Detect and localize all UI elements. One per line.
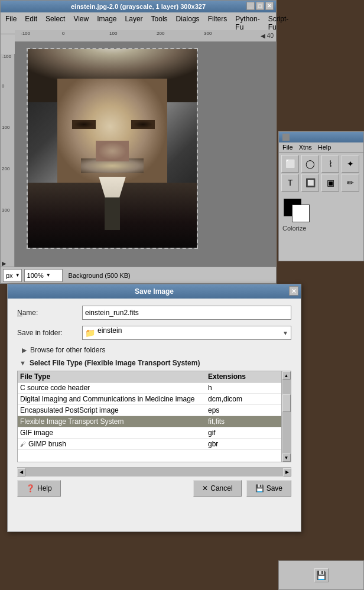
text-tool[interactable]: T [281,174,299,192]
folder-select-wrapper[interactable]: 📁 einstein ▼ [82,326,291,340]
help-button[interactable]: ❓ Help [17,480,61,497]
photo-nose [96,141,129,161]
save-dialog-title: Save Image [135,287,174,296]
unit-dropdown-icon[interactable]: ▼ [15,273,21,278]
cancel-button[interactable]: ✕ Cancel [193,480,241,497]
toolbox-menu-help[interactable]: Help [315,143,334,151]
photo-tie [105,197,120,230]
toolbox-menu-xtns[interactable]: Xtns [296,143,315,151]
ext-c-header: h [208,384,279,392]
v-ruler-label-0: 0 [2,83,4,89]
cancel-icon: ✕ [202,484,208,492]
scroll-up-button[interactable]: ▲ [282,371,291,380]
ext-gbr: gbr [208,440,279,448]
photo-layer [28,49,197,248]
v-ruler-label-300: 300 [2,208,9,213]
help-icon: ❓ [26,484,35,492]
ruler-label-200: 200 [157,31,164,36]
horizontal-ruler: -100 0 100 200 300 ◀ 40 [15,30,276,42]
marquee-ellipse-tool[interactable]: ◯ [301,155,319,173]
col-extensions-header: Extensions [208,372,279,381]
table-row[interactable]: Digital Imaging and Communications in Me… [18,394,291,405]
save-icon: 💾 [255,484,264,492]
folder-row: Save in folder: 📁 einstein ▼ [17,326,291,340]
v-ruler-marker: ▶ [2,260,6,267]
zoom-value: 100% [25,272,46,279]
filetype-gbr: 🖌 GIMP brush [20,440,208,448]
v-ruler-label-200: 200 [2,166,9,171]
save-label: Save [266,484,282,492]
h-ruler-container: -100 0 100 200 300 ◀ 40 [15,30,276,42]
table-row[interactable]: GIF image gif [18,427,291,439]
browse-row: ▶ Browse for other folders [17,346,291,354]
gimp-titlebar: einstein.jpg-2.0 (grayscale, 1 layer) 30… [1,1,276,12]
vertical-ruler: -100 0 100 200 300 ▶ [1,54,15,267]
save-dialog-close-button[interactable]: ✕ [289,286,298,296]
gimp-main-window: einstein.jpg-2.0 (grayscale, 1 layer) 30… [0,0,277,284]
ruler-label-300: 300 [204,31,212,36]
save-button[interactable]: 💾 Save [246,480,291,497]
folder-label: Save in folder: [17,329,82,337]
save-dialog-titlebar: Save Image ✕ [8,284,301,299]
filetype-c-header: C source code header [20,384,208,392]
bottom-panel-icon[interactable]: 💾 [314,568,329,582]
filetype-dicom: Digital Imaging and Communications in Me… [20,395,208,403]
background-color[interactable] [292,205,310,222]
gimp-window-controls: _ □ ✕ [246,2,274,10]
table-row[interactable]: C source code header h [18,382,291,394]
filetype-eps: Encapsulated PostScript image [20,406,208,414]
zoom-dropdown-icon[interactable]: ▼ [46,273,52,278]
v-ruler-label-100: 100 [2,125,9,130]
background-info: Background (500 KB) [65,272,131,279]
horizontal-scrollbar[interactable]: ◀ ▶ [17,467,291,476]
ruler-marker: ◀ 40 [261,33,274,39]
filetype-fits: Flexible Image Transport System [20,417,208,426]
scroll-right-button[interactable]: ▶ [283,468,291,476]
marquee-rect-tool[interactable]: ⬜ [281,155,299,173]
photo-right-eye [131,120,155,129]
folder-select[interactable]: einstein [98,326,280,339]
filename-input[interactable] [82,306,291,320]
zoom-selector[interactable]: 100% ▼ [24,269,63,282]
gimp-title: einstein.jpg-2.0 (grayscale, 1 layer) 30… [71,3,206,10]
photo-left-eye [72,120,96,129]
eraser-tool[interactable]: ✏ [342,174,359,192]
v-ruler-label-n100: -100 [2,54,11,59]
folder-dropdown-icon[interactable]: ▼ [280,330,291,336]
name-label-text: N [17,309,22,317]
collapse-icon[interactable]: ▼ [20,359,26,367]
unit-selector[interactable]: px ▼ [3,269,22,282]
rect-select-tool[interactable]: ▣ [321,174,339,192]
table-scrollbar[interactable]: ▲ ▼ [281,371,291,462]
lasso-tool[interactable]: ⌇ [321,155,339,173]
gimp-toolbox: File Xtns Help ⬜ ◯ ⌇ ✦ T 🔲 ▣ ✏ Colorize [278,131,364,261]
table-row[interactable]: 🖌 GIMP brush gbr [18,439,291,450]
action-buttons: ✕ Cancel 💾 Save [193,480,291,497]
scroll-track[interactable] [282,380,291,453]
table-row[interactable]: Encapsulated PostScript image eps [18,405,291,416]
scroll-down-button[interactable]: ▼ [282,453,291,462]
bucket-fill-tool[interactable]: 🔲 [301,174,319,192]
folder-label-text: Save in folder: [17,329,63,337]
colorize-label: Colorize [279,223,363,233]
col-filetype-header: File Type [20,372,208,381]
save-dialog-buttons: ❓ Help ✕ Cancel 💾 Save [17,476,291,500]
toolbox-menu-file[interactable]: File [280,143,296,151]
gimp-statusbar: px ▼ 100% ▼ Background (500 KB) [1,267,276,283]
minimize-button[interactable]: _ [246,2,255,10]
ext-dicom: dcm,dicom [208,395,279,403]
maximize-button[interactable]: □ [256,2,264,10]
ext-gif: gif [208,429,279,437]
ruler-label-n100: -100 [21,31,30,36]
toolbox-titlebar [279,132,363,142]
scroll-thumb[interactable] [282,394,291,412]
close-button[interactable]: ✕ [265,2,274,10]
toolbox-menubar: File Xtns Help [279,142,363,153]
canvas[interactable] [15,42,276,267]
toolbox-icon [282,134,290,141]
scroll-left-button[interactable]: ◀ [17,468,25,476]
browse-link[interactable]: Browse for other folders [30,346,105,354]
fuzzy-select-tool[interactable]: ✦ [342,155,359,173]
table-row-selected[interactable]: Flexible Image Transport System fit,fits [18,416,291,427]
h-scroll-track[interactable] [25,468,283,476]
